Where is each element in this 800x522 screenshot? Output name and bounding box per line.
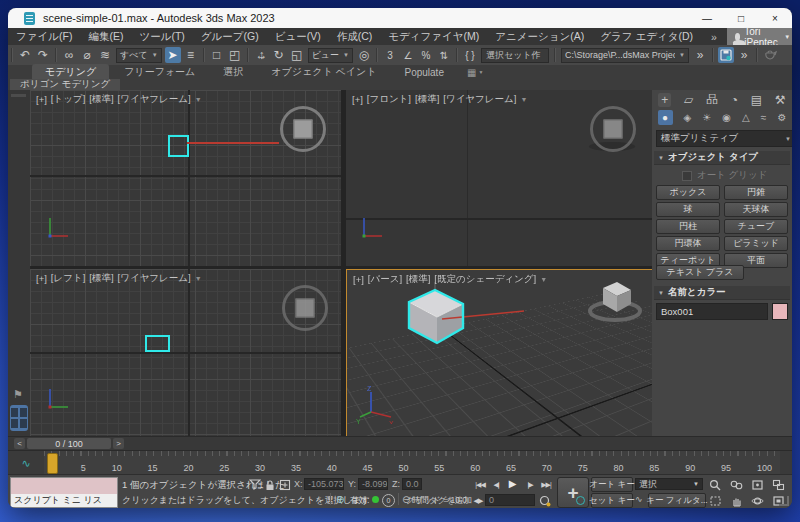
key-mode-dropdown[interactable]: 選択▼ [635, 478, 703, 490]
use-center-button[interactable]: ◎ [356, 47, 372, 63]
helpers-category-icon[interactable]: △ [742, 112, 750, 123]
select-object-button[interactable]: ➤ [165, 47, 181, 63]
zoom-all-icon[interactable] [729, 478, 743, 491]
mini-curve-editor-button[interactable]: ∿ [8, 451, 45, 475]
window-crossing-button[interactable]: ◰ [227, 47, 243, 63]
zoom-region-icon[interactable] [708, 494, 722, 507]
key-mode-toggle-icon[interactable] [538, 494, 552, 507]
resize-grip[interactable] [779, 496, 789, 506]
minimize-button[interactable]: — [690, 8, 724, 28]
object-type-button[interactable]: ピラミッド [724, 236, 788, 251]
ribbon-config-icon[interactable]: ▦▼ [467, 67, 483, 78]
object-type-rollout-header[interactable]: ▼オブジェクト タイプ [654, 151, 790, 165]
ref-coord-dropdown[interactable]: ビュー▼ [308, 48, 353, 63]
select-move-button[interactable] [253, 47, 269, 63]
object-type-button[interactable]: 円柱 [656, 219, 720, 234]
display-tab-icon[interactable]: ▤ [751, 93, 762, 107]
viewport-pov-label[interactable]: [フロント] [367, 93, 411, 106]
save-overflow-icon[interactable]: » [736, 47, 752, 63]
menu-item[interactable]: 作成(C) [329, 30, 381, 44]
menu-item[interactable]: ファイル(F) [8, 30, 80, 44]
viewcube[interactable] [280, 106, 326, 152]
viewport-shading-label[interactable]: [ワイヤフレーム] [118, 93, 191, 106]
viewport-shading-label[interactable]: [ワイヤフレーム] [118, 272, 191, 285]
spacewarps-category-icon[interactable]: ≈ [761, 112, 767, 123]
select-by-name-button[interactable]: ≡ [183, 47, 199, 63]
viewport-pov-label[interactable]: [レフト] [51, 272, 85, 285]
orbit-icon[interactable] [750, 494, 764, 507]
pan-hand-icon[interactable] [729, 494, 743, 507]
angle-snap-button[interactable]: ∠ [400, 47, 416, 63]
filter-funnel-icon[interactable]: ▼ [195, 275, 202, 282]
next-frame-button[interactable]: > [113, 438, 124, 449]
viewport-menu-plus[interactable]: [+] [353, 274, 364, 285]
go-to-start-button[interactable]: |◀◀ [473, 478, 487, 491]
menu-item[interactable]: ツール(T) [131, 30, 192, 44]
viewport-shading-label[interactable]: [既定のシェーディング] [434, 273, 536, 286]
ribbon-tab-object-paint[interactable]: オブジェクト ペイント [258, 64, 389, 80]
viewcube[interactable] [590, 106, 636, 152]
isolate-selection-icon[interactable] [248, 478, 262, 491]
time-ruler[interactable]: 0510152025303540455055606570758085909510… [44, 451, 780, 475]
viewcube[interactable] [577, 278, 647, 328]
selected-box-left-view[interactable] [145, 335, 170, 352]
y-coordinate-field[interactable]: -8.099 [358, 478, 388, 490]
time-slider-handle[interactable] [47, 453, 58, 474]
menu-item[interactable]: モディファイヤ(M) [380, 30, 487, 44]
current-frame-field[interactable]: 0 [485, 494, 535, 506]
time-tag-icon[interactable]: ⊖ [402, 494, 410, 505]
polygon-modeling-panel-tab[interactable]: ポリゴン モデリング [10, 79, 120, 90]
set-keys-button[interactable]: + [557, 477, 589, 508]
motion-tab-icon[interactable]: ◔ [731, 93, 738, 107]
toolbar-overflow-icon[interactable]: » [692, 47, 708, 63]
viewport-pov-label[interactable]: [トップ] [51, 93, 85, 106]
viewport-layout-tab[interactable] [10, 405, 28, 431]
menu-item[interactable]: グループ(G) [193, 30, 267, 44]
user-account-menu[interactable]: Tori iPentec ▼ [727, 28, 792, 45]
incremental-save-button[interactable] [718, 47, 734, 63]
project-folder-dropdown[interactable]: C:\Storage\P...dsMax Project▼ [561, 48, 689, 63]
cameras-category-icon[interactable]: ◉ [722, 112, 731, 123]
play-button[interactable]: ▶ [505, 477, 519, 490]
spinner-snap-button[interactable]: ⇅ [436, 47, 452, 63]
strip-grip[interactable] [11, 94, 26, 97]
object-type-button[interactable]: 円環体 [656, 236, 720, 251]
object-type-button[interactable]: 球 [656, 202, 720, 217]
key-filters-button[interactable]: キー フィルタ... [648, 493, 706, 508]
viewport-menu-plus[interactable]: [+] [36, 273, 47, 284]
viewport-perspective[interactable]: [+] [パース] [標準] [既定のシェーディング] ▼ [346, 269, 654, 438]
menu-item[interactable]: 編集(E) [80, 30, 131, 44]
object-name-field[interactable]: Box001 [656, 303, 768, 320]
selected-box-3d[interactable] [402, 282, 542, 357]
viewcube[interactable] [282, 285, 328, 331]
systems-category-icon[interactable]: ⚙ [777, 112, 786, 123]
time-tag-text[interactable]: 時間タグを追加 [412, 495, 472, 507]
viewport-standard-label[interactable]: [標準] [89, 272, 113, 285]
maxscript-mini-listener[interactable]: スクリプト ミニ リス [10, 477, 118, 508]
frame-step-arrows[interactable]: ◀▶ [471, 494, 485, 507]
selection-filter-dropdown[interactable]: すべて▼ [116, 48, 162, 63]
name-color-rollout-header[interactable]: ▼名前とカラー [654, 286, 790, 300]
frame-range-indicator[interactable]: 0 / 100 [27, 438, 111, 449]
create-tab-icon[interactable]: + [658, 93, 671, 107]
unlink-icon[interactable]: ⌀ [79, 47, 95, 63]
undo-button[interactable]: ↶ [17, 47, 33, 63]
object-type-button[interactable]: 天球体 [724, 202, 788, 217]
viewport-pov-label[interactable]: [パース] [368, 273, 402, 286]
default-tangent-icon[interactable]: ∿ [635, 494, 643, 504]
filter-funnel-icon[interactable]: ▼ [540, 276, 547, 283]
select-link-icon[interactable]: ∞ [61, 47, 77, 63]
zoom-icon[interactable] [708, 478, 722, 491]
object-color-swatch[interactable] [772, 303, 788, 320]
previous-frame-button[interactable]: ◀| [489, 478, 503, 491]
percent-snap-button[interactable]: % [418, 47, 434, 63]
viewport-top[interactable]: [+] [トップ] [標準] [ワイヤフレーム] ▼ [30, 90, 341, 266]
object-type-button[interactable]: 円錐 [724, 185, 788, 200]
primitive-category-dropdown[interactable]: 標準プリミティブ▼ [656, 130, 792, 147]
absolute-offset-toggle-icon[interactable] [278, 478, 292, 491]
viewport-shading-label[interactable]: [ワイヤフレーム] [443, 93, 516, 106]
menu-item[interactable]: グラフ エディタ(D) [592, 30, 701, 44]
modify-tab-icon[interactable]: ▱ [684, 93, 693, 107]
snap-toggle-button[interactable]: 3 [382, 47, 398, 63]
selection-lock-icon[interactable] [263, 478, 277, 491]
